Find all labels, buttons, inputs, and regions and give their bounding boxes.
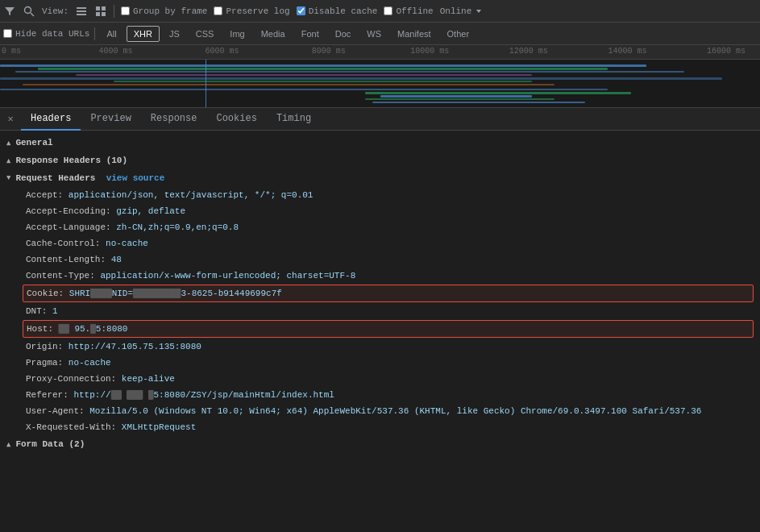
disable-cache-group: Disable cache: [297, 6, 378, 16]
divider-1: [114, 5, 114, 18]
form-data-triangle: ▶: [4, 442, 13, 446]
tick-4000ms: 4000 ms: [99, 47, 133, 56]
tab-headers[interactable]: Headers: [21, 108, 81, 131]
header-pragma: Pragma: no-cache: [0, 355, 760, 371]
general-label: General: [15, 138, 52, 148]
svg-rect-6: [102, 6, 106, 10]
svg-rect-2: [77, 7, 86, 9]
online-label: Online: [440, 6, 472, 16]
general-section-header[interactable]: ▶ General: [0, 134, 760, 152]
header-user-agent: User-Agent: Mozilla/5.0 (Windows NT 10.0…: [0, 403, 760, 419]
search-icon[interactable]: [23, 5, 35, 18]
view-label: View:: [42, 6, 69, 16]
form-data-section-header[interactable]: ▶ Form Data (2): [0, 435, 760, 453]
header-content-length: Content-Length: 48: [0, 251, 760, 268]
list-view-icon[interactable]: [75, 5, 88, 18]
tick-0ms: 0 ms: [2, 47, 21, 56]
preserve-log-group: Preserve log: [214, 6, 289, 16]
response-headers-label: Response Headers (10): [15, 156, 127, 165]
filter-css-btn[interactable]: CSS: [189, 26, 221, 42]
group-by-frame-checkbox[interactable]: [121, 6, 130, 15]
response-headers-triangle: ▶: [4, 158, 13, 162]
filter-xhr-btn[interactable]: XHR: [127, 26, 160, 42]
filter-all-btn[interactable]: All: [100, 26, 123, 42]
filter-js-btn[interactable]: JS: [163, 26, 186, 42]
top-toolbar: View: Group by frame Preserve log Disabl…: [0, 0, 760, 23]
header-accept-encoding: Accept-Encoding: gzip, deflate: [0, 203, 760, 219]
filter-doc-btn[interactable]: Doc: [329, 26, 358, 42]
header-accept-language: Accept-Language: zh-CN,zh;q=0.9,en;q=0.8: [0, 219, 760, 235]
online-dropdown[interactable]: Online: [440, 6, 484, 16]
tick-16000ms: 16000 ms: [707, 47, 745, 56]
filter-manifest-btn[interactable]: Manifest: [391, 26, 438, 42]
tab-response[interactable]: Response: [141, 108, 207, 131]
preserve-log-label: Preserve log: [226, 6, 289, 16]
svg-rect-8: [102, 12, 106, 16]
tab-cookies[interactable]: Cookies: [206, 108, 266, 131]
header-accept: Accept: application/json, text/javascrip…: [0, 187, 760, 203]
hide-data-urls-group: Hide data URLs: [3, 29, 89, 39]
form-data-label: Form Data (2): [15, 439, 85, 449]
grid-view-icon[interactable]: [94, 5, 107, 18]
header-x-requested-with: X-Requested-With: XMLHttpRequest: [0, 419, 760, 435]
disable-cache-label: Disable cache: [309, 6, 378, 16]
tick-6000ms: 6000 ms: [206, 47, 239, 56]
request-headers-section-header[interactable]: ▼ Request Headers view source: [0, 169, 760, 187]
filter-other-btn[interactable]: Other: [441, 26, 476, 42]
header-dnt: DNT: 1: [0, 303, 760, 319]
tick-14000ms: 14000 ms: [608, 47, 646, 56]
header-referer: Referer: http://██ ███ █5:8080/ZSY/jsp/m…: [0, 387, 760, 403]
headers-content[interactable]: ▶ General ▶ Response Headers (10) ▼ Requ…: [0, 131, 760, 532]
filter-divider: [94, 27, 95, 40]
tabs-bar: ✕ Headers Preview Response Cookies Timin…: [0, 108, 760, 131]
header-host: Host: ██ 95.█5:8080: [23, 320, 754, 338]
svg-rect-7: [96, 12, 100, 16]
timeline-waterfall: [0, 60, 760, 108]
request-headers-label: Request Headers: [15, 173, 95, 183]
header-proxy-connection: Proxy-Connection: keep-alive: [0, 371, 760, 387]
offline-group: Offline: [384, 6, 433, 16]
hide-data-urls-label: Hide data URLs: [15, 29, 89, 39]
filter-ws-btn[interactable]: WS: [360, 26, 388, 42]
filter-font-btn[interactable]: Font: [295, 26, 326, 42]
svg-line-1: [31, 13, 34, 16]
svg-point-0: [25, 6, 31, 13]
filter-icon[interactable]: [3, 5, 16, 18]
header-content-type: Content-Type: application/x-www-form-url…: [0, 268, 760, 284]
preserve-log-checkbox[interactable]: [214, 6, 222, 15]
tick-8000ms: 8000 ms: [312, 47, 346, 56]
filter-bar: Hide data URLs All XHR JS CSS Img Media …: [0, 23, 760, 45]
filter-img-btn[interactable]: Img: [223, 26, 251, 42]
tab-timing[interactable]: Timing: [267, 108, 321, 131]
general-triangle: ▶: [4, 140, 13, 144]
svg-rect-3: [77, 10, 86, 12]
group-by-frame-group: Group by frame: [121, 6, 207, 16]
svg-rect-4: [77, 14, 86, 15]
close-tab-btn[interactable]: ✕: [3, 112, 18, 127]
disable-cache-checkbox[interactable]: [297, 6, 305, 15]
tab-preview[interactable]: Preview: [81, 108, 140, 131]
header-cache-control: Cache-Control: no-cache: [0, 235, 760, 251]
svg-rect-5: [96, 6, 100, 10]
tick-12000ms: 12000 ms: [509, 47, 548, 56]
tick-10000ms: 10000 ms: [410, 47, 449, 56]
offline-checkbox[interactable]: [384, 6, 392, 15]
filter-media-btn[interactable]: Media: [255, 26, 292, 42]
view-source-link[interactable]: view source: [106, 173, 165, 183]
detail-panel: ✕ Headers Preview Response Cookies Timin…: [0, 108, 760, 532]
header-cookie: Cookie: SHRI████NID=██████ ██3-8625-b914…: [23, 285, 754, 302]
hide-data-urls-checkbox[interactable]: [3, 29, 12, 38]
request-headers-triangle: ▼: [6, 174, 10, 182]
group-by-frame-label: Group by frame: [133, 6, 207, 16]
header-origin: Origin: http://47.105.75.135:8080: [0, 339, 760, 355]
response-headers-section-header[interactable]: ▶ Response Headers (10): [0, 152, 760, 169]
timeline-header: 0 ms 4000 ms 6000 ms 8000 ms 10000 ms 12…: [0, 45, 760, 60]
offline-label: Offline: [396, 6, 433, 16]
